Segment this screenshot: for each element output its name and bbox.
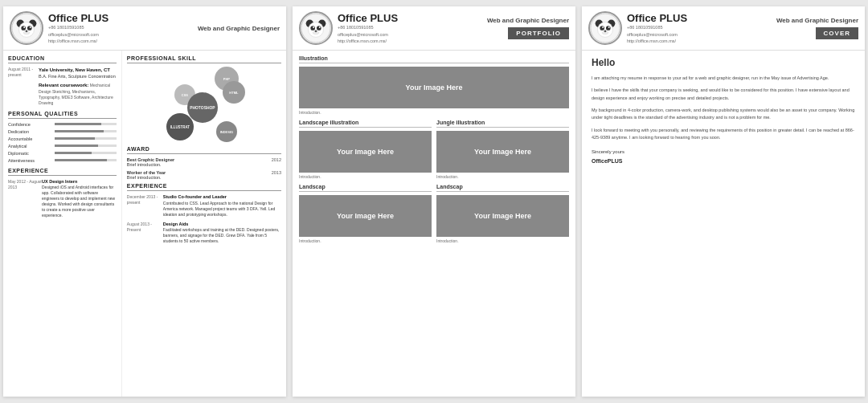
portfolio-row3: Landscap Your Image Here Introduction. L… [299, 184, 569, 248]
edu-date: August 2011 - present [8, 67, 39, 106]
quality-item: Accountable [8, 136, 117, 141]
portfolio-header: Office PLUS +86 18010591085 officeplus@m… [293, 6, 575, 51]
svg-point-4 [21, 26, 26, 31]
jungle-caption: Introduction. [436, 174, 569, 179]
landscap1-col: Landscap Your Image Here Introduction. [299, 184, 432, 248]
cover-sign: Sincerely yours OfficePLUS [592, 148, 855, 166]
portfolio-row2: Landscape illustration Your Image Here I… [299, 120, 569, 184]
award-list: Best Graphic DesignerBrief introduction.… [127, 157, 281, 180]
logo-avatar [10, 11, 43, 45]
skill-title: PROFESSIONAL SKILL [127, 55, 281, 63]
cover-contact: +86 18010591085 officeplus@microsoft.com… [627, 24, 776, 44]
jungle-col: Jungle illustration Your Image Here Intr… [436, 120, 569, 184]
landscap2-label: Landscap [436, 184, 569, 192]
svg-point-29 [604, 30, 607, 32]
job-title: Web and Graphic Designer [198, 25, 280, 32]
brand-name: Office PLUS [48, 12, 198, 25]
header-contact: +86 18010591085 officeplus@microsoft.com… [48, 24, 198, 44]
award-entry: Best Graphic DesignerBrief introduction.… [127, 157, 281, 167]
quality-item: Analytical [8, 144, 117, 149]
logo-avatar-3 [588, 11, 622, 45]
svg-point-17 [319, 26, 321, 28]
cover-paragraphs: I am attaching my resume in response to … [592, 75, 855, 141]
portfolio-badge: PORTFOLIO [508, 27, 569, 39]
jungle-img: Your Image Here [436, 131, 569, 173]
cover-job-title: Web and Graphic Designer [776, 17, 858, 24]
cover-paragraph: I am attaching my resume in response to … [592, 75, 855, 82]
education-title: EDUCATION [8, 55, 117, 63]
exp-entry-right: August 2013 - Present Design AidsFacilit… [127, 222, 281, 245]
skill-circle-illustrat: ILLUSTRAT [166, 113, 194, 140]
cover-page: Office PLUS +86 18010591085 officeplus@m… [582, 6, 865, 397]
cover-header: Office PLUS +86 18010591085 officeplus@m… [582, 6, 865, 51]
illustration-img: Your Image Here [299, 67, 569, 108]
landscap2-img: Your Image Here [436, 195, 569, 237]
landscape-col: Landscape illustration Your Image Here I… [299, 120, 432, 184]
cover-greeting: Hello [592, 57, 855, 68]
svg-point-16 [313, 26, 314, 28]
landscap1-img: Your Image Here [299, 195, 432, 237]
qualities-title: PERSONAL QUALITIES [8, 111, 117, 119]
logo-avatar-2 [299, 11, 333, 45]
cover-paragraph: I look forward to meeting with you perso… [592, 127, 855, 142]
quality-item: Diplomatic [8, 151, 117, 156]
landscape-label: Landscape illustration [299, 120, 432, 128]
portfolio-header-right: Web and Graphic Designer PORTFOLIO [487, 17, 569, 39]
skill-circles: PHPCSSHTMLPHOTOSHOPILLUSTRATINDESIG [160, 67, 248, 143]
edu-entry: August 2011 - present Yale University, N… [8, 67, 117, 106]
svg-point-25 [606, 26, 611, 31]
skill-circle-photoshop: PHOTOSHOP [187, 92, 218, 123]
illustration-caption: Introduction. [299, 110, 569, 115]
skill-circle-html: HTML [223, 81, 245, 104]
cover-sincerely: Sincerely yours [592, 148, 855, 157]
cover-header-right: Web and Graphic Designer COVER [776, 17, 858, 39]
resume-header: Office PLUS +86 18010591085 officeplus@m… [3, 6, 286, 51]
svg-point-23 [598, 22, 613, 37]
portfolio-contact: +86 18010591085 officeplus@microsoft.com… [338, 24, 487, 44]
brand-name-3: Office PLUS [627, 12, 776, 25]
svg-point-19 [315, 30, 317, 32]
cover-body: Hello I am attaching my resume in respon… [582, 51, 865, 397]
exp-right-list: December 2013 - present Studio Co-founde… [127, 194, 281, 244]
landscap1-label: Landscap [299, 184, 432, 192]
qualities-list: Confidence Dedication Accountable Analyt… [8, 122, 117, 163]
portfolio-job-title: Web and Graphic Designer [487, 17, 569, 24]
brand-section: Office PLUS +86 18010591085 officeplus@m… [48, 12, 198, 44]
brand-section-2: Office PLUS +86 18010591085 officeplus@m… [338, 12, 487, 44]
quality-item: Dedication [8, 129, 117, 134]
resume-page: Office PLUS +86 18010591085 officeplus@m… [3, 6, 286, 397]
exp-left-title: EXPERIENCE [8, 168, 117, 176]
exp-entry-right: December 2013 - present Studio Co-founde… [127, 194, 281, 218]
svg-point-5 [27, 26, 32, 31]
landscape-img: Your Image Here [299, 131, 432, 173]
brand-name-2: Office PLUS [338, 12, 487, 25]
header-right: Web and Graphic Designer [198, 25, 280, 32]
quality-item: Attentiveness [8, 158, 117, 163]
svg-point-3 [19, 22, 35, 37]
svg-point-6 [23, 26, 25, 28]
exp-right-title: EXPERIENCE [127, 183, 281, 191]
award-title: AWARD [127, 146, 281, 154]
landscape-caption: Introduction. [299, 174, 432, 179]
illustration-label: Illustration [299, 55, 569, 63]
cover-badge: COVER [816, 27, 858, 39]
svg-point-14 [310, 26, 315, 31]
resume-left-col: EDUCATION August 2011 - present Yale Uni… [3, 51, 122, 397]
resume-right-col: PROFESSIONAL SKILL PHPCSSHTMLPHOTOSHOPIL… [122, 51, 286, 397]
edu-detail: Yale University, New Haven, CT B.A. Fine… [39, 67, 117, 106]
landscap1-caption: Introduction. [299, 238, 432, 243]
portfolio-page: Office PLUS +86 18010591085 officeplus@m… [293, 6, 575, 397]
jungle-label: Jungle illustration [436, 120, 569, 128]
svg-point-13 [309, 22, 324, 37]
svg-point-15 [317, 26, 321, 31]
award-entry: Worker of the YearBrief introduction. 20… [127, 170, 281, 180]
svg-point-24 [600, 26, 604, 31]
svg-point-9 [26, 30, 28, 32]
cover-paragraph: My background in 4-color production, cam… [592, 107, 855, 122]
skill-circle-indesig: INDESIG [216, 121, 237, 142]
quality-item: Confidence [8, 122, 117, 127]
landscap2-col: Landscap Your Image Here Introduction. [436, 184, 569, 248]
cover-signature: OfficePLUS [592, 157, 855, 167]
cover-paragraph: I believe I have the skills that your co… [592, 87, 855, 102]
brand-section-3: Office PLUS +86 18010591085 officeplus@m… [627, 12, 776, 44]
